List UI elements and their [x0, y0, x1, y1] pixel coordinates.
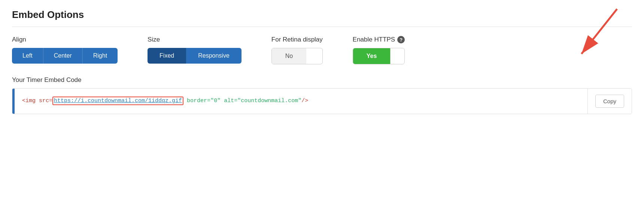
- embed-section: Your Timer Embed Code <img src=https://i…: [12, 76, 632, 114]
- align-label: Align: [12, 36, 118, 43]
- embed-section-label: Your Timer Embed Code: [12, 76, 632, 84]
- align-button-group: Left Center Right: [12, 48, 118, 64]
- code-tag-open: <img: [22, 98, 36, 104]
- https-label: Enable HTTPS: [353, 36, 395, 43]
- https-group: Enable HTTPS ? Yes: [353, 36, 405, 64]
- copy-button-container: Copy: [587, 89, 632, 114]
- embed-code-container: <img src=https://i.countdownmail.com/1id…: [12, 88, 632, 114]
- code-tag-close: />: [301, 98, 308, 104]
- code-url: https://i.countdownmail.com/1iddqz.gif: [52, 97, 183, 105]
- code-alt-val: "countdownmail.com": [237, 98, 301, 104]
- size-fixed-button[interactable]: Fixed: [148, 48, 186, 64]
- https-toggle-group: Yes: [353, 48, 405, 64]
- https-no-button[interactable]: [390, 48, 402, 64]
- retina-label: For Retina display: [271, 36, 323, 43]
- align-center-button[interactable]: Center: [43, 48, 83, 64]
- retina-toggle-group: No: [271, 48, 323, 64]
- https-label-row: Enable HTTPS ?: [353, 36, 405, 43]
- size-button-group: Fixed Responsive: [148, 48, 242, 64]
- align-right-button[interactable]: Right: [83, 48, 118, 64]
- align-left-button[interactable]: Left: [12, 48, 43, 64]
- https-help-icon[interactable]: ?: [397, 36, 405, 43]
- code-border-val: "0": [210, 98, 221, 104]
- retina-no-button[interactable]: No: [272, 48, 306, 64]
- size-label: Size: [148, 36, 242, 43]
- options-row: Align Left Center Right Size Fixed Respo…: [12, 36, 632, 64]
- page-title: Embed Options: [12, 9, 632, 27]
- size-responsive-button[interactable]: Responsive: [186, 48, 242, 64]
- code-alt: alt=: [221, 98, 237, 104]
- retina-group: For Retina display No: [271, 36, 323, 64]
- code-border: border=: [183, 98, 210, 104]
- copy-button[interactable]: Copy: [595, 95, 624, 108]
- code-attr-src: src=: [39, 98, 52, 104]
- code-content: <img src=https://i.countdownmail.com/1id…: [15, 89, 587, 114]
- https-yes-button[interactable]: Yes: [353, 48, 391, 64]
- align-group: Align Left Center Right: [12, 36, 118, 64]
- size-group: Size Fixed Responsive: [148, 36, 242, 64]
